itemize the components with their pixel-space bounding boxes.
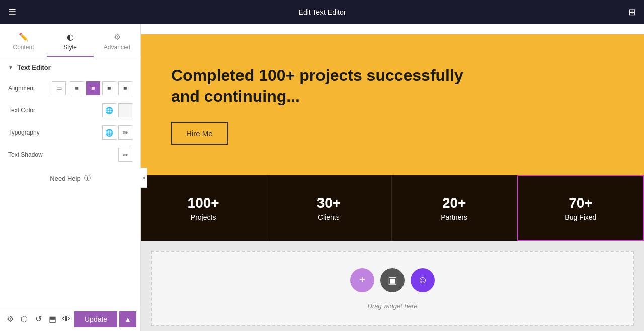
- text-shadow-controls: ✏: [118, 148, 132, 162]
- stat-projects-number: 100+: [188, 195, 219, 211]
- align-right-button[interactable]: ≡: [102, 81, 116, 95]
- stat-bugfixed-number: 70+: [569, 195, 593, 211]
- text-shadow-edit-button[interactable]: ✏: [118, 148, 132, 162]
- tab-style[interactable]: ◐ Style: [47, 28, 94, 57]
- align-left-button[interactable]: ≡: [70, 81, 84, 95]
- stat-clients: 30+ Clients: [266, 175, 391, 241]
- typography-row: Typography 🌐 ✏: [0, 121, 140, 144]
- stat-clients-label: Clients: [318, 213, 340, 221]
- canvas-top: [141, 24, 644, 34]
- tabs: ✏️ Content ◐ Style ⚙ Advanced: [0, 24, 140, 57]
- hamburger-icon[interactable]: ☰: [8, 7, 16, 18]
- alignment-controls: ▭ ≡ ≡ ≡ ≡: [52, 81, 132, 95]
- typography-controls: 🌐 ✏: [102, 125, 132, 140]
- yellow-heading: Completed 100+ projects successfully and…: [171, 65, 473, 107]
- page-title: Edit Text Editor: [299, 8, 346, 16]
- canvas: Completed 100+ projects successfully and…: [141, 24, 644, 331]
- help-icon: ⓘ: [84, 174, 91, 183]
- need-help-label: Need Help: [50, 175, 80, 182]
- grid-icon[interactable]: ⊞: [628, 7, 636, 18]
- text-shadow-row: Text Shadow ✏: [0, 144, 140, 166]
- content-icon: ✏️: [19, 32, 29, 42]
- text-color-swatch[interactable]: [118, 103, 132, 117]
- typography-label: Typography: [8, 129, 102, 136]
- text-color-controls: 🌐: [102, 103, 132, 117]
- align-center-button[interactable]: ≡: [86, 81, 100, 95]
- text-color-label: Text Color: [8, 107, 102, 114]
- main-layout: ✏️ Content ◐ Style ⚙ Advanced ▼ Text Edi…: [0, 24, 644, 331]
- duplicate-tool[interactable]: ⬒: [46, 310, 58, 328]
- history-tool[interactable]: ↺: [32, 310, 44, 328]
- tab-advanced[interactable]: ⚙ Advanced: [94, 28, 140, 57]
- section-title: Text Editor: [17, 63, 51, 71]
- text-shadow-label: Text Shadow: [8, 151, 118, 158]
- tab-content[interactable]: ✏️ Content: [0, 28, 47, 57]
- typography-global-button[interactable]: 🌐: [102, 125, 116, 140]
- layers-tool[interactable]: ⬡: [18, 310, 30, 328]
- stats-section: 100+ Projects 30+ Clients 20+ Partners 7…: [141, 175, 644, 241]
- alignment-row: Alignment ▭ ≡ ≡ ≡ ≡: [0, 77, 140, 99]
- top-bar-left: ☰: [8, 7, 16, 18]
- text-color-row: Text Color 🌐: [0, 99, 140, 121]
- tab-content-label: Content: [13, 44, 34, 51]
- stat-partners: 20+ Partners: [392, 175, 517, 241]
- collapse-handle[interactable]: ◂: [140, 168, 147, 188]
- drag-text: Drag widget here: [368, 302, 418, 310]
- stat-bugfixed: 70+ Bug Fixed: [517, 175, 644, 241]
- settings-tool[interactable]: ⚙: [4, 310, 16, 328]
- left-panel: ✏️ Content ◐ Style ⚙ Advanced ▼ Text Edi…: [0, 24, 141, 331]
- top-bar-right: ⊞: [628, 7, 636, 18]
- stat-projects-label: Projects: [191, 213, 216, 221]
- drag-area: + ▣ ☺ Drag widget here: [151, 251, 634, 326]
- tab-advanced-label: Advanced: [104, 44, 130, 51]
- stat-partners-number: 20+: [442, 195, 466, 211]
- hire-me-button[interactable]: Hire Me: [171, 122, 228, 145]
- section-arrow-icon: ▼: [8, 64, 13, 70]
- text-color-global-button[interactable]: 🌐: [102, 103, 116, 117]
- chevron-up-button[interactable]: ▲: [119, 311, 136, 327]
- stat-clients-number: 30+: [317, 195, 341, 211]
- panel-content: ▼ Text Editor Alignment ▭ ≡ ≡ ≡ ≡ Text C…: [0, 57, 140, 307]
- stat-bugfixed-label: Bug Fixed: [565, 213, 596, 221]
- alignment-label: Alignment: [8, 85, 52, 92]
- bottom-toolbar: ⚙ ⬡ ↺ ⬒ 👁 Update ▲: [0, 307, 140, 331]
- add-widget-button[interactable]: +: [350, 268, 374, 292]
- tab-style-label: Style: [63, 44, 77, 51]
- style-icon: ◐: [67, 32, 74, 42]
- typography-edit-button[interactable]: ✏: [118, 125, 132, 140]
- section-header[interactable]: ▼ Text Editor: [0, 57, 140, 77]
- top-bar: ☰ Edit Text Editor ⊞: [0, 0, 644, 24]
- update-button[interactable]: Update: [74, 311, 117, 327]
- stat-projects: 100+ Projects: [141, 175, 266, 241]
- alignment-monitor-icon[interactable]: ▭: [52, 81, 66, 95]
- advanced-icon: ⚙: [114, 32, 121, 42]
- stat-partners-label: Partners: [441, 213, 467, 221]
- need-help[interactable]: Need Help ⓘ: [0, 166, 140, 191]
- align-justify-button[interactable]: ≡: [118, 81, 132, 95]
- template-icon-button[interactable]: ☺: [411, 268, 435, 292]
- drag-icons: + ▣ ☺: [350, 268, 435, 292]
- preview-tool[interactable]: 👁: [60, 310, 72, 328]
- folder-icon-button[interactable]: ▣: [380, 268, 405, 292]
- yellow-section: Completed 100+ projects successfully and…: [141, 34, 644, 175]
